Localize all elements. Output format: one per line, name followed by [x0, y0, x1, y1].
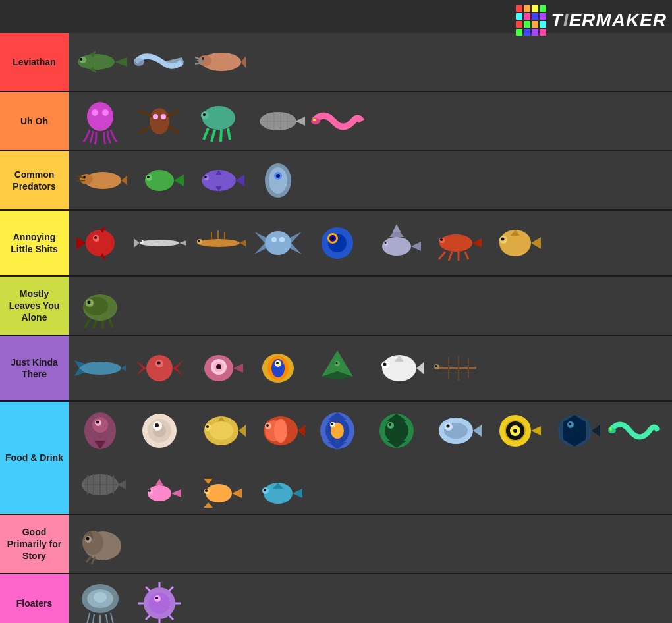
svg-line-44: [76, 180, 85, 181]
tier-label-food: Food & Drink: [0, 402, 69, 514]
tier-content-food: [69, 402, 672, 514]
list-item: [486, 404, 544, 457]
top-header: TiERMAKER: [0, 0, 672, 33]
list-item: [605, 404, 663, 457]
svg-line-114: [109, 319, 113, 327]
list-item: [130, 458, 188, 511]
list-item: [190, 458, 248, 511]
svg-marker-68: [134, 238, 140, 248]
svg-marker-130: [233, 364, 243, 373]
svg-point-69: [140, 240, 144, 244]
svg-point-166: [206, 425, 209, 428]
tier-content-mostly: [69, 277, 672, 335]
svg-point-66: [140, 240, 179, 246]
list-item: [249, 458, 307, 511]
svg-line-25: [204, 128, 208, 140]
svg-point-13: [202, 57, 204, 60]
svg-marker-82: [289, 243, 302, 254]
list-item: [190, 95, 248, 148]
svg-point-30: [203, 113, 206, 116]
svg-marker-168: [298, 425, 305, 437]
list-item: [130, 577, 188, 623]
svg-point-14: [87, 102, 113, 131]
svg-line-27: [221, 130, 221, 142]
list-item: [546, 404, 603, 457]
list-item: [427, 404, 485, 457]
tiermaker-logo: TiERMAKER: [516, 5, 667, 36]
svg-point-189: [447, 425, 450, 428]
list-item: [71, 577, 129, 623]
svg-line-111: [85, 319, 90, 327]
list-item: [486, 217, 544, 269]
list-item: [71, 217, 129, 269]
svg-marker-218: [232, 489, 242, 498]
svg-marker-1: [115, 57, 127, 67]
svg-marker-97: [472, 238, 482, 248]
svg-line-248: [146, 587, 150, 591]
svg-point-195: [513, 429, 517, 433]
list-item: [368, 342, 426, 394]
svg-marker-123: [173, 360, 183, 376]
svg-point-121: [146, 355, 173, 381]
tier-row-good-story: Good Primarily for Story: [0, 515, 672, 574]
svg-point-22: [153, 114, 158, 119]
svg-line-20: [139, 126, 151, 133]
svg-marker-51: [236, 175, 244, 186]
list-item: [249, 217, 307, 269]
svg-point-150: [435, 365, 437, 367]
svg-point-154: [96, 421, 99, 424]
svg-point-222: [205, 489, 208, 492]
list-item: [368, 404, 426, 457]
tier-row-uhoh: Uh Oh: [0, 92, 672, 151]
svg-point-135: [276, 362, 279, 364]
tier-content-uhoh: [69, 92, 672, 150]
list-item: [190, 217, 248, 269]
list-item: [71, 154, 129, 207]
tier-row-floaters: Floaters: [0, 574, 672, 623]
svg-point-6: [134, 58, 144, 66]
svg-point-23: [161, 114, 166, 119]
svg-point-70: [140, 240, 142, 242]
svg-marker-211: [117, 480, 126, 489]
list-item: [190, 404, 248, 457]
svg-point-250: [155, 597, 158, 599]
svg-marker-213: [171, 489, 181, 497]
svg-marker-219: [204, 479, 213, 484]
tier-content-good-story: [69, 515, 672, 573]
svg-point-83: [271, 237, 277, 242]
svg-point-103: [440, 238, 443, 241]
tier-content-common: [69, 151, 672, 209]
list-item: [427, 342, 485, 394]
tier-label-uhoh: Uh Oh: [0, 92, 69, 150]
svg-point-89: [331, 237, 334, 240]
svg-marker-220: [204, 502, 213, 508]
tier-content-annoying: [69, 211, 672, 275]
svg-point-96: [439, 234, 472, 252]
svg-line-26: [211, 130, 215, 142]
svg-marker-120: [121, 365, 126, 371]
list-item: [71, 404, 129, 457]
svg-point-117: [79, 362, 121, 375]
svg-point-42: [80, 174, 93, 184]
list-item: [249, 95, 307, 148]
tier-row-leviathan: Leviathan: [0, 33, 672, 92]
svg-point-179: [331, 423, 333, 425]
svg-marker-105: [531, 237, 541, 249]
list-item: [130, 36, 188, 88]
svg-line-232: [86, 556, 92, 562]
svg-line-12: [197, 61, 204, 61]
svg-marker-80: [289, 232, 302, 243]
svg-point-84: [279, 237, 285, 242]
svg-line-101: [465, 252, 468, 259]
svg-point-238: [94, 592, 107, 603]
list-item: [190, 36, 248, 88]
tier-label-mostly: Mostly Leaves You Alone: [0, 277, 69, 335]
svg-marker-75: [240, 240, 246, 246]
svg-point-227: [264, 489, 266, 491]
list-item: [308, 95, 366, 148]
list-item: [130, 404, 188, 457]
tier-label-annoying: Annoying Little Shits: [0, 211, 69, 275]
svg-point-160: [155, 423, 159, 427]
svg-line-99: [449, 252, 452, 261]
svg-point-65: [94, 236, 97, 239]
